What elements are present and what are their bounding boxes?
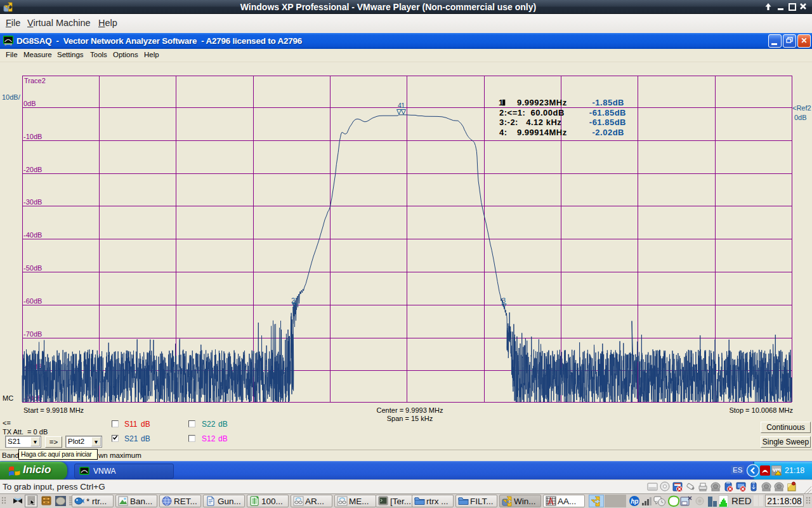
svg-text:0dB: 0dB bbox=[23, 100, 36, 107]
svg-text:-20dB: -20dB bbox=[23, 166, 42, 173]
svg-text:MC: MC bbox=[3, 394, 13, 402]
svg-text:-10dB: -10dB bbox=[23, 133, 42, 140]
svg-text:4:: 4: bbox=[499, 128, 508, 137]
svg-text:Center = 9.9993 MHz: Center = 9.9993 MHz bbox=[377, 406, 443, 414]
svg-text:-61.85dB: -61.85dB bbox=[589, 117, 626, 127]
svg-text:-50dB: -50dB bbox=[23, 264, 42, 272]
svg-text:Trace2: Trace2 bbox=[24, 77, 46, 84]
svg-text:-40dB: -40dB bbox=[23, 231, 42, 239]
svg-text:0dB: 0dB bbox=[794, 114, 807, 121]
svg-text:41: 41 bbox=[398, 102, 405, 109]
svg-text:-61.85dB: -61.85dB bbox=[589, 108, 626, 117]
svg-text:3: 3 bbox=[502, 297, 506, 304]
svg-text:3:-2: 4.12 kHz: 3:-2: 4.12 kHz bbox=[499, 117, 561, 127]
svg-text:10dB/: 10dB/ bbox=[2, 93, 21, 101]
svg-text:9.99923MHz: 9.99923MHz bbox=[517, 98, 567, 107]
svg-text:Stop = 10.0068 MHz: Stop = 10.0068 MHz bbox=[729, 406, 793, 414]
svg-text:-60dB: -60dB bbox=[23, 297, 42, 305]
svg-text:<Ref2: <Ref2 bbox=[792, 104, 811, 112]
svg-text:-70dB: -70dB bbox=[23, 330, 42, 338]
svg-text:-2.02dB: -2.02dB bbox=[593, 128, 624, 137]
svg-text:2:<=1: 60.00dB: 2:<=1: 60.00dB bbox=[499, 108, 565, 117]
svg-text:-30dB: -30dB bbox=[23, 198, 42, 206]
svg-text:hp: hp bbox=[631, 498, 638, 505]
svg-text:Span = 15 kHz: Span = 15 kHz bbox=[387, 415, 433, 422]
svg-text:-1.85dB: -1.85dB bbox=[593, 98, 624, 107]
svg-text:9.99914MHz: 9.99914MHz bbox=[517, 128, 567, 137]
svg-text:2: 2 bbox=[291, 297, 295, 304]
svg-text:Start = 9.9918 MHz: Start = 9.9918 MHz bbox=[23, 406, 84, 414]
